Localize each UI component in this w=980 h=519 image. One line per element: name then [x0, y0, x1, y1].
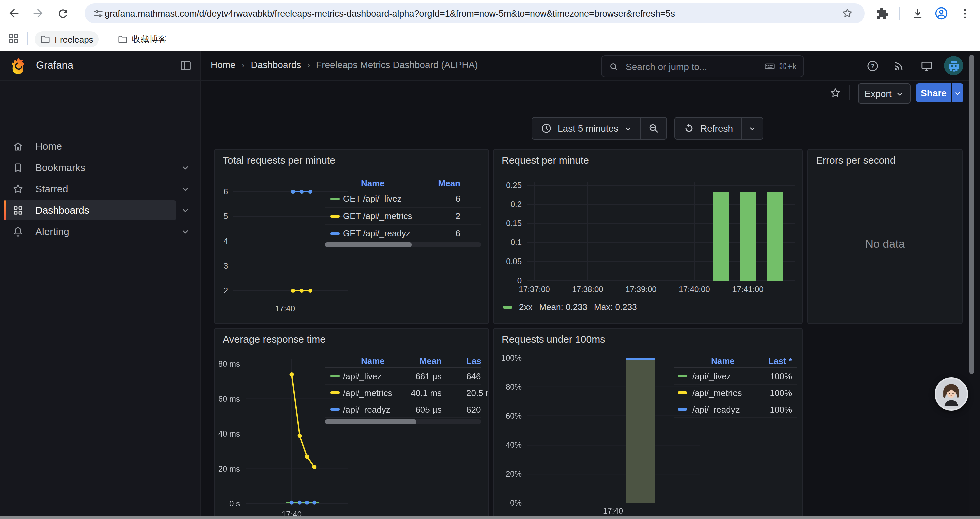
- bookmark-folder-blogs[interactable]: 收藏博客: [112, 31, 172, 48]
- reload-icon[interactable]: [55, 5, 71, 21]
- svg-text:0.05: 0.05: [506, 257, 522, 266]
- bookmarks-bar: Freeleaps 收藏博客: [0, 27, 980, 52]
- time-range-controls: Last 5 minutes: [532, 117, 667, 140]
- panel-legend: 2xx Mean: 0.233 Max: 0.233: [503, 302, 637, 312]
- sidebar-item-alerting[interactable]: Alerting: [0, 222, 200, 242]
- svg-text:3: 3: [224, 261, 228, 270]
- chevron-down-icon: [953, 88, 962, 97]
- bookmark-icon: [12, 162, 24, 174]
- share-dropdown-button[interactable]: [952, 83, 963, 102]
- chevron-down-icon: [895, 89, 904, 98]
- svg-text:?: ?: [870, 63, 874, 70]
- breadcrumb-current: Freeleaps Metrics Dashboard (ALPHA): [316, 59, 478, 70]
- svg-text:40%: 40%: [506, 440, 522, 449]
- legend-series[interactable]: 2xx: [519, 302, 532, 312]
- bookmarks-divider: [27, 32, 28, 45]
- bookmark-folder-freeleaps[interactable]: Freeleaps: [35, 31, 99, 48]
- download-icon[interactable]: [909, 5, 925, 21]
- svg-text:80%: 80%: [506, 382, 522, 391]
- clock-icon: [540, 122, 552, 134]
- help-icon[interactable]: ?: [866, 59, 879, 73]
- folder-icon: [118, 34, 128, 45]
- svg-text:17:40:00: 17:40:00: [679, 284, 710, 294]
- legend-row[interactable]: GET /api/_metrics 2: [325, 208, 481, 225]
- breadcrumb-home[interactable]: Home: [211, 59, 236, 70]
- chevron-down-icon[interactable]: [180, 227, 191, 237]
- legend-mean: Mean: 0.233: [539, 302, 587, 312]
- panel-legend: Name Mean GET /api/_livez 6 GET /api/_me…: [325, 178, 481, 243]
- profile-icon[interactable]: [933, 5, 949, 21]
- search-input[interactable]: [624, 61, 760, 72]
- scrollbar-thumb[interactable]: [969, 55, 974, 374]
- svg-text:0.25: 0.25: [506, 181, 522, 190]
- refresh-button[interactable]: Refresh: [675, 122, 741, 134]
- share-button[interactable]: Share: [916, 83, 951, 102]
- panel-requests-under-100ms[interactable]: Requests under 100ms 100%80%60%40%20%0%1…: [493, 328, 803, 519]
- back-icon[interactable]: [6, 5, 22, 21]
- svg-text:40 ms: 40 ms: [218, 429, 240, 438]
- panel-title[interactable]: Errors per second: [816, 154, 895, 166]
- search-box[interactable]: ⌘+k: [601, 56, 804, 77]
- time-range-button[interactable]: Last 5 minutes: [532, 122, 640, 134]
- series-swatch: [678, 375, 687, 377]
- address-bar[interactable]: grafana.mathmast.com/d/deytv4rwavabkb/fr…: [85, 3, 865, 23]
- brand-name[interactable]: Grafana: [36, 59, 73, 72]
- favorite-star-icon[interactable]: [829, 87, 841, 99]
- panel-request-per-minute[interactable]: Request per minute 0.250.20.150.10.05017…: [493, 149, 803, 324]
- svg-text:80 ms: 80 ms: [218, 359, 240, 368]
- legend-row[interactable]: /api/_metrics 40.1 ms 20.5 r: [325, 385, 481, 401]
- sidebar-item-starred[interactable]: Starred: [0, 179, 200, 199]
- rss-icon[interactable]: [892, 59, 906, 73]
- monitor-icon[interactable]: [920, 59, 933, 73]
- user-avatar[interactable]: [944, 56, 963, 75]
- legend-row[interactable]: GET /api/_livez 6: [325, 190, 481, 208]
- tune-icon: [93, 8, 104, 19]
- svg-text:17:41:00: 17:41:00: [732, 284, 763, 294]
- svg-text:0 s: 0 s: [229, 499, 240, 508]
- panel-average-response-time[interactable]: Average response time 80 ms60 ms40 ms20 …: [214, 328, 489, 519]
- legend-row[interactable]: GET /api/_readyz 6: [325, 225, 481, 243]
- legend-row[interactable]: /api/_metrics 100%: [674, 385, 797, 401]
- apps-grid-icon[interactable]: [7, 33, 19, 45]
- sidebar-item-bookmarks[interactable]: Bookmarks: [0, 158, 200, 178]
- legend-row[interactable]: /api/_livez 661 µs 646: [325, 368, 481, 385]
- chevron-down-icon[interactable]: [180, 205, 191, 216]
- zoom-out-icon: [648, 122, 660, 134]
- page-scrollbar[interactable]: [969, 51, 980, 519]
- legend-row[interactable]: /api/_readyz 605 µs 620: [325, 401, 481, 418]
- menu-kebab-icon[interactable]: [957, 5, 973, 21]
- chevron-down-icon[interactable]: [180, 184, 191, 194]
- sidebar-item-dashboards[interactable]: Dashboards: [0, 200, 200, 220]
- series-swatch: [678, 408, 687, 411]
- legend-row[interactable]: /api/_livez 100%: [674, 368, 797, 385]
- panel-errors-per-second[interactable]: Errors per second No data: [807, 149, 963, 324]
- svg-text:0.2: 0.2: [511, 200, 522, 209]
- grafana-logo[interactable]: [10, 57, 28, 75]
- refresh-interval-button[interactable]: [742, 124, 762, 133]
- series-swatch: [330, 197, 340, 200]
- breadcrumb-separator: ›: [307, 60, 310, 70]
- floating-assistant-avatar[interactable]: [935, 377, 968, 411]
- grafana-app: Grafana Home Bookmarks Starred: [0, 51, 980, 519]
- forward-icon[interactable]: [30, 5, 46, 21]
- keyboard-icon: [764, 61, 775, 72]
- dock-sidebar-icon[interactable]: [180, 59, 192, 72]
- sidebar-item-home[interactable]: Home: [0, 136, 200, 156]
- panel-total-requests-per-minute[interactable]: Total requests per minute 6543217:40 Nam…: [214, 149, 489, 324]
- svg-text:0.15: 0.15: [506, 219, 522, 228]
- extensions-icon[interactable]: [874, 5, 890, 21]
- series-swatch: [330, 391, 340, 394]
- chevron-down-icon[interactable]: [180, 162, 191, 173]
- url-text[interactable]: grafana.mathmast.com/d/deytv4rwavabkb/fr…: [105, 8, 865, 18]
- svg-text:17:40: 17:40: [275, 304, 295, 313]
- breadcrumb-dashboards[interactable]: Dashboards: [250, 59, 301, 70]
- legend-scrollbar[interactable]: [325, 243, 481, 247]
- svg-text:17:37:00: 17:37:00: [519, 284, 550, 294]
- zoom-out-button[interactable]: [641, 122, 667, 134]
- legend-scrollbar[interactable]: [325, 420, 481, 424]
- panel-legend: Name Last * /api/_livez 100% /api/_metri…: [674, 356, 797, 418]
- screen: grafana.mathmast.com/d/deytv4rwavabkb/fr…: [0, 0, 980, 519]
- legend-row[interactable]: /api/_readyz 100%: [674, 401, 797, 418]
- export-button[interactable]: Export: [858, 83, 911, 104]
- bookmark-star-icon[interactable]: [841, 7, 853, 19]
